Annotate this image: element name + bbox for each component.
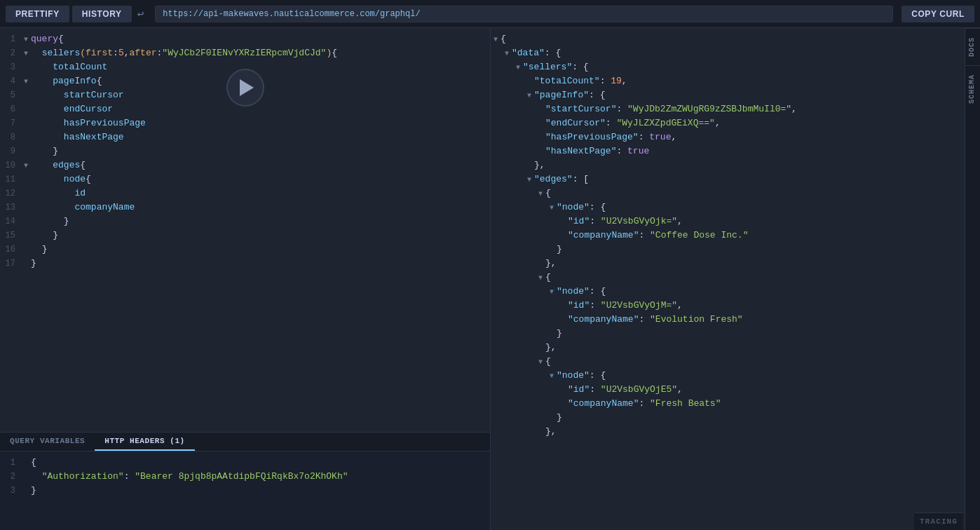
header-line-2: 2 "Authorization": "Bearer 8pjqb8pAAtdip… [0, 471, 490, 485]
main-layout: 1 ▼ query{ 2 ▼ sellers(first:5,after:"Wy… [0, 28, 980, 530]
resp-line-24: ▼ { [491, 356, 980, 370]
history-button[interactable]: HISTORY [72, 6, 132, 22]
copy-curl-button[interactable]: COPY CURL [901, 6, 974, 22]
tab-query-variables[interactable]: QUERY VARIABLES [0, 433, 95, 451]
resp-line-4: "totalCount": 19, [491, 76, 980, 90]
response-pane[interactable]: ▼ { ▼ "data": { ▼ "sellers": { "totalCou… [491, 28, 980, 530]
query-line-2: 2 ▼ sellers(first:5,after:"WyJCb2F0IENvY… [0, 48, 490, 62]
resp-line-15: "companyName": "Coffee Dose Inc." [491, 230, 980, 244]
collapse-triangle[interactable]: ▼ [24, 78, 28, 86]
schema-tab[interactable]: SCHEMA [965, 65, 980, 112]
query-line-7: 7 hasPreviousPage [0, 118, 490, 132]
query-line-12: 12 id [0, 188, 490, 202]
resp-line-29: }, [491, 426, 980, 440]
resp-line-25: ▼ "node": { [491, 370, 980, 384]
resp-line-7: "endCursor": "WyJLZXZpdGEiXQ==", [491, 118, 980, 132]
header-line-3: 3 } [0, 485, 490, 499]
collapse-triangle[interactable]: ▼ [24, 36, 28, 43]
query-line-10: 10 ▼ edges{ [0, 160, 490, 174]
collapse-triangle[interactable]: ▼ [24, 162, 28, 170]
resp-line-27: "companyName": "Fresh Beats" [491, 398, 980, 412]
resp-line-5: ▼ "pageInfo": { [491, 90, 980, 104]
resp-line-6: "startCursor": "WyJDb2ZmZWUgRG9zZSBJbmMu… [491, 104, 980, 118]
url-input[interactable] [155, 6, 893, 22]
resp-line-12: ▼ { [491, 188, 980, 202]
resp-line-16: } [491, 244, 980, 258]
resp-line-20: "id": "U2VsbGVyOjM=", [491, 300, 980, 314]
query-line-13: 13 companyName [0, 202, 490, 216]
resp-line-3: ▼ "sellers": { [491, 62, 980, 76]
query-line-16: 16 } [0, 244, 490, 258]
resp-line-1: ▼ { [491, 34, 980, 48]
collapse-triangle[interactable]: ▼ [24, 50, 28, 57]
docs-tab[interactable]: DOCS [965, 28, 980, 65]
query-editor[interactable]: 1 ▼ query{ 2 ▼ sellers(first:5,after:"Wy… [0, 28, 490, 432]
header-line-1: 1 { [0, 457, 490, 471]
resp-line-8: "hasPreviousPage": true, [491, 132, 980, 146]
tab-http-headers[interactable]: HTTP HEADERS (1) [95, 433, 194, 451]
resp-line-19: ▼ "node": { [491, 286, 980, 300]
resp-line-14: "id": "U2VsbGVyOjk=", [491, 216, 980, 230]
left-pane: 1 ▼ query{ 2 ▼ sellers(first:5,after:"Wy… [0, 28, 491, 530]
resp-line-23: }, [491, 342, 980, 356]
resp-line-22: } [491, 328, 980, 342]
undo-icon[interactable]: ↩ [137, 7, 144, 21]
resp-line-21: "companyName": "Evolution Fresh" [491, 314, 980, 328]
bottom-tabs: QUERY VARIABLES HTTP HEADERS (1) [0, 433, 490, 451]
resp-line-17: }, [491, 258, 980, 272]
headers-content[interactable]: 1 { 2 "Authorization": "Bearer 8pjqb8pAA… [0, 451, 490, 527]
resp-line-18: ▼ { [491, 272, 980, 286]
tracing-label: TRACING [914, 512, 963, 530]
query-line-15: 15 } [0, 230, 490, 244]
resp-line-26: "id": "U2VsbGVyOjE5", [491, 384, 980, 398]
query-line-17: 17 } [0, 258, 490, 272]
query-line-1: 1 ▼ query{ [0, 34, 490, 48]
query-line-8: 8 hasNextPage [0, 132, 490, 146]
resp-line-28: } [491, 412, 980, 426]
resp-line-10: }, [491, 160, 980, 174]
top-bar: PRETTIFY HISTORY ↩ COPY CURL [0, 0, 980, 28]
resp-line-2: ▼ "data": { [491, 48, 980, 62]
execute-query-button[interactable] [226, 69, 264, 107]
resp-line-11: ▼ "edges": [ [491, 174, 980, 188]
resp-line-13: ▼ "node": { [491, 202, 980, 216]
side-tabs: DOCS SCHEMA [965, 28, 980, 530]
query-line-14: 14 } [0, 216, 490, 230]
bottom-panel: QUERY VARIABLES HTTP HEADERS (1) 1 { 2 "… [0, 432, 490, 530]
prettify-button[interactable]: PRETTIFY [6, 6, 69, 22]
query-line-11: 11 node{ [0, 174, 490, 188]
resp-line-9: "hasNextPage": true [491, 146, 980, 160]
query-line-9: 9 } [0, 146, 490, 160]
